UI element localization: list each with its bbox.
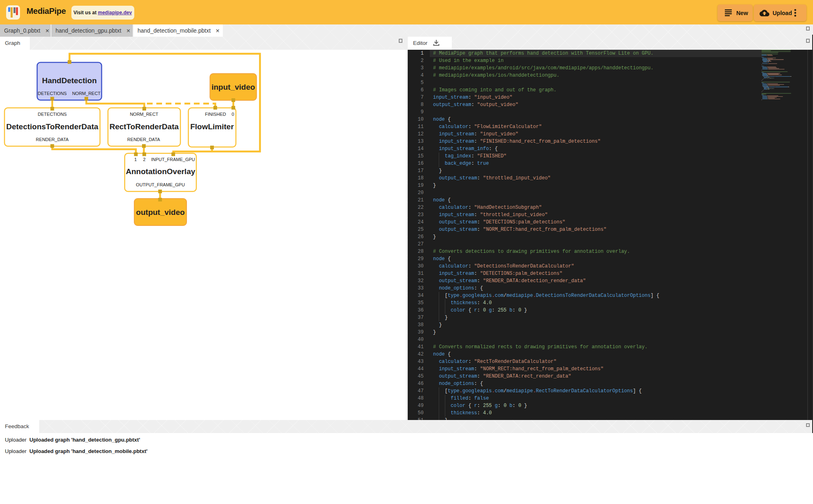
svg-text:FlowLimiter: FlowLimiter: [190, 122, 234, 131]
svg-text:RENDER_DATA: RENDER_DATA: [36, 137, 69, 142]
svg-text:NORM_RECT: NORM_RECT: [130, 112, 158, 117]
svg-text:RENDER_DATA: RENDER_DATA: [127, 137, 160, 142]
svg-text:output_video: output_video: [136, 208, 184, 217]
svg-text:DetectionsToRenderData: DetectionsToRenderData: [6, 122, 98, 131]
svg-text:NORM_RECT: NORM_RECT: [72, 91, 101, 96]
svg-text:DETECTIONS: DETECTIONS: [38, 91, 67, 96]
svg-text:0: 0: [232, 112, 234, 117]
svg-text:input_video: input_video: [211, 83, 255, 91]
svg-text:RectToRenderData: RectToRenderData: [109, 122, 179, 131]
svg-text:AnnotationOverlay: AnnotationOverlay: [126, 167, 195, 176]
svg-text:OUTPUT_FRAME_GPU: OUTPUT_FRAME_GPU: [136, 182, 185, 187]
svg-text:FINISHED: FINISHED: [205, 112, 226, 117]
svg-text:DETECTIONS: DETECTIONS: [38, 112, 67, 117]
svg-text:HandDetection: HandDetection: [42, 76, 97, 85]
svg-text:1: 1: [134, 157, 137, 162]
svg-text:INPUT_FRAME_GPU: INPUT_FRAME_GPU: [151, 157, 195, 162]
svg-text:2: 2: [143, 157, 145, 162]
